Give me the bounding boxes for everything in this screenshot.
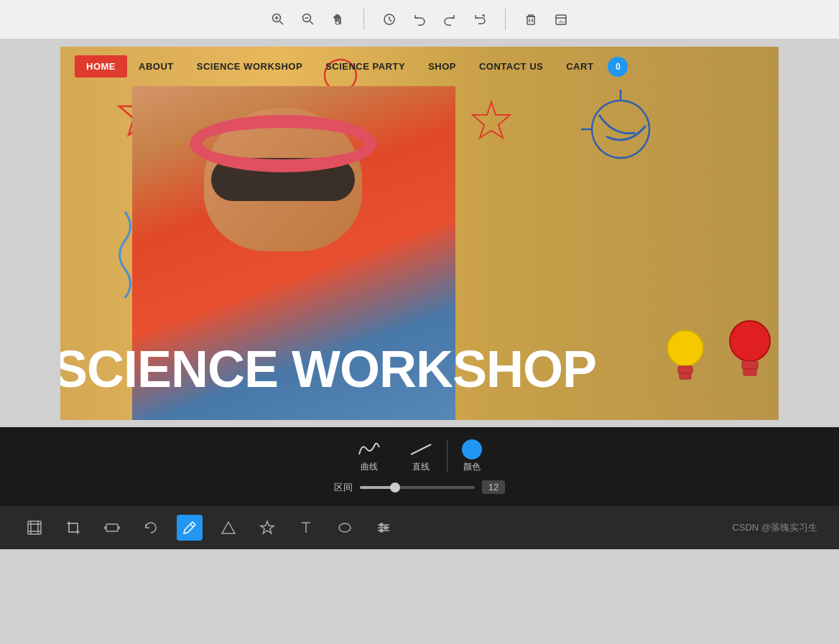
color-dot xyxy=(462,439,482,459)
nav-shop[interactable]: SHOP xyxy=(417,55,468,78)
delete-tools: ALL xyxy=(519,7,573,32)
svg-rect-30 xyxy=(28,521,41,534)
cart-count: 0 xyxy=(608,57,628,77)
crop-tool-button[interactable] xyxy=(60,515,86,541)
nav-home[interactable]: HOME xyxy=(75,55,127,78)
redo-button[interactable] xyxy=(437,7,462,32)
curve-icon xyxy=(358,439,381,459)
divider-1 xyxy=(363,9,364,30)
curve-label: 曲线 xyxy=(361,461,378,473)
svg-point-48 xyxy=(380,523,383,526)
color-label: 颜色 xyxy=(463,461,481,473)
top-toolbar: ALL xyxy=(0,0,839,39)
canvas-area: HOME ABOUT SCIENCE WORKSHOP SCIENCE PART… xyxy=(0,39,839,427)
nav-about[interactable]: ABOUT xyxy=(127,55,185,78)
line-icon xyxy=(409,439,432,459)
svg-line-5 xyxy=(310,22,314,25)
svg-point-49 xyxy=(384,526,387,529)
history-button[interactable] xyxy=(377,7,402,32)
zoom-out-button[interactable] xyxy=(296,7,320,32)
delete-all-button[interactable]: ALL xyxy=(549,7,573,32)
svg-marker-40 xyxy=(222,522,235,533)
nav-bar: HOME ABOUT SCIENCE WORKSHOP SCIENCE PART… xyxy=(60,47,779,86)
text-tool-button[interactable] xyxy=(293,515,319,541)
nav-science-party[interactable]: SCIENCE PARTY xyxy=(314,55,417,78)
nav-cart[interactable]: CART xyxy=(555,55,605,78)
watermark: CSDN @落魄实习生 xyxy=(732,521,817,534)
zoom-in-button[interactable] xyxy=(266,7,290,32)
color-section[interactable]: 颜色 xyxy=(448,439,496,473)
slider-thumb xyxy=(390,482,400,493)
line-label: 直线 xyxy=(412,461,430,473)
svg-point-44 xyxy=(339,523,351,532)
pan-button[interactable] xyxy=(326,7,351,32)
undo-button[interactable] xyxy=(407,7,432,32)
triangle-tool-button[interactable] xyxy=(215,515,241,541)
repeat-button[interactable] xyxy=(468,7,492,32)
line-segment[interactable]: 直线 xyxy=(395,439,447,473)
frame-tool-button[interactable] xyxy=(22,515,47,541)
svg-point-50 xyxy=(380,529,383,532)
nav-contact-us[interactable]: CONTACT US xyxy=(468,55,555,78)
bottom-toolbar: CSDN @落魄实习生 xyxy=(0,506,839,549)
annotation-top-row: 曲线 直线 颜色 xyxy=(343,439,496,473)
nav-science-workshop[interactable]: SCIENCE WORKSHOP xyxy=(185,55,314,78)
ellipse-tool-button[interactable] xyxy=(332,515,358,541)
divider-2 xyxy=(505,9,506,30)
svg-text:ALL: ALL xyxy=(559,19,567,24)
website-preview: HOME ABOUT SCIENCE WORKSHOP SCIENCE PART… xyxy=(60,47,779,420)
svg-rect-8 xyxy=(527,17,534,24)
star-tool-button[interactable] xyxy=(254,515,280,541)
svg-rect-35 xyxy=(69,523,78,532)
svg-marker-41 xyxy=(261,521,274,533)
interval-label: 区间 xyxy=(334,481,353,494)
settings-tool-button[interactable] xyxy=(371,515,397,541)
delete-button[interactable] xyxy=(519,7,543,32)
history-tools xyxy=(377,7,492,32)
nav-items: HOME ABOUT SCIENCE WORKSHOP SCIENCE PART… xyxy=(75,55,764,78)
interval-slider[interactable] xyxy=(360,486,475,489)
slider-fill xyxy=(360,486,394,489)
svg-rect-36 xyxy=(106,524,118,531)
interval-value: 12 xyxy=(482,480,505,494)
zoom-tools xyxy=(266,7,351,32)
hero-text: SCIENCE WORKSHOP xyxy=(60,340,596,398)
annotation-panel: 曲线 直线 颜色 区间 12 xyxy=(0,427,839,506)
bottom-tools xyxy=(22,515,397,541)
svg-line-1 xyxy=(280,22,284,25)
svg-line-39 xyxy=(190,524,193,527)
resize-tool-button[interactable] xyxy=(99,515,125,541)
curve-segment[interactable]: 曲线 xyxy=(343,439,395,473)
rotate-tool-button[interactable] xyxy=(138,515,164,541)
annotation-bottom-row: 区间 12 xyxy=(334,480,505,494)
svg-line-29 xyxy=(411,444,431,454)
pen-tool-button[interactable] xyxy=(177,515,203,541)
